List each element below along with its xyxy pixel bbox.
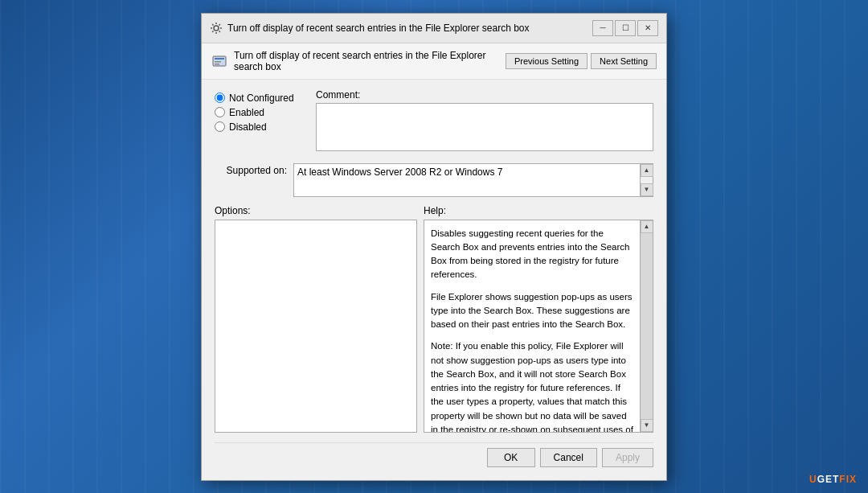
header-icon — [211, 53, 227, 69]
title-bar-text: Turn off display of recent search entrie… — [227, 23, 588, 34]
not-configured-radio[interactable] — [215, 92, 225, 103]
ok-button[interactable]: OK — [487, 448, 535, 467]
supported-on-label: Supported on: — [215, 163, 287, 176]
title-bar-controls: ─ ☐ ✕ — [592, 20, 658, 36]
header-buttons: Previous Setting Next Setting — [506, 53, 657, 69]
dialog-content: Not Configured Enabled Disabled Comment:… — [202, 80, 666, 480]
help-paragraph-2: File Explorer shows suggestion pop-ups a… — [431, 290, 633, 332]
help-scroll-down-arrow[interactable]: ▼ — [641, 419, 653, 432]
svg-point-0 — [214, 26, 219, 31]
radio-group: Not Configured Enabled Disabled — [215, 89, 303, 154]
maximize-button[interactable]: ☐ — [615, 20, 636, 36]
comment-label: Comment: — [316, 89, 653, 101]
apply-button[interactable]: Apply — [602, 448, 653, 467]
minimize-button[interactable]: ─ — [592, 20, 613, 36]
dialog-icon — [210, 22, 223, 35]
disabled-label: Disabled — [229, 121, 267, 133]
previous-setting-button[interactable]: Previous Setting — [506, 53, 588, 69]
svg-rect-2 — [215, 58, 224, 60]
options-section-label: Options: — [215, 205, 424, 216]
watermark-get: GET — [817, 474, 840, 485]
scroll-down-arrow[interactable]: ▼ — [641, 183, 653, 196]
enabled-radio-label[interactable]: Enabled — [215, 107, 303, 118]
section-labels: Options: Help: — [215, 205, 653, 216]
not-configured-label: Not Configured — [229, 92, 294, 104]
scroll-up-arrow[interactable]: ▲ — [641, 164, 653, 177]
not-configured-radio-label[interactable]: Not Configured — [215, 92, 303, 104]
watermark-u: U — [809, 474, 817, 485]
dialog-header: Turn off display of recent search entrie… — [202, 43, 666, 80]
supported-row: Supported on: At least Windows Server 20… — [215, 163, 653, 197]
help-panel: Disables suggesting recent queries for t… — [424, 220, 653, 433]
help-scroll-up-arrow[interactable]: ▲ — [641, 220, 653, 233]
supported-scrollbar: ▲ ▼ — [640, 164, 653, 196]
action-buttons: OK Cancel Apply — [215, 442, 653, 470]
next-setting-button[interactable]: Next Setting — [591, 53, 657, 69]
help-scrollbar: ▲ ▼ — [640, 220, 653, 432]
disabled-radio-label[interactable]: Disabled — [215, 121, 303, 133]
help-paragraph-3: Note: If you enable this policy, File Ex… — [431, 339, 633, 432]
watermark: UGETFIX — [809, 474, 857, 485]
help-paragraph-1: Disables suggesting recent queries for t… — [431, 227, 633, 282]
policy-dialog: Turn off display of recent search entrie… — [201, 13, 667, 481]
help-section-label: Help: — [424, 205, 653, 216]
panels-row: Disables suggesting recent queries for t… — [215, 220, 653, 433]
enabled-radio[interactable] — [215, 107, 225, 117]
comment-textarea[interactable] — [316, 103, 653, 151]
header-title: Turn off display of recent search entrie… — [234, 50, 499, 72]
close-button[interactable]: ✕ — [637, 20, 658, 36]
cancel-button[interactable]: Cancel — [540, 448, 597, 467]
disabled-radio[interactable] — [215, 121, 225, 132]
help-text-content: Disables suggesting recent queries for t… — [424, 220, 640, 433]
svg-rect-4 — [215, 64, 219, 65]
svg-rect-3 — [215, 61, 221, 63]
help-scroll-track — [641, 233, 653, 419]
watermark-fix: FIX — [839, 474, 857, 485]
title-bar: Turn off display of recent search entrie… — [202, 14, 666, 43]
comment-section: Comment: — [316, 89, 653, 154]
options-panel — [215, 220, 417, 433]
supported-on-value: At least Windows Server 2008 R2 or Windo… — [293, 163, 653, 197]
enabled-label: Enabled — [229, 107, 264, 118]
settings-row: Not Configured Enabled Disabled Comment: — [215, 89, 653, 154]
